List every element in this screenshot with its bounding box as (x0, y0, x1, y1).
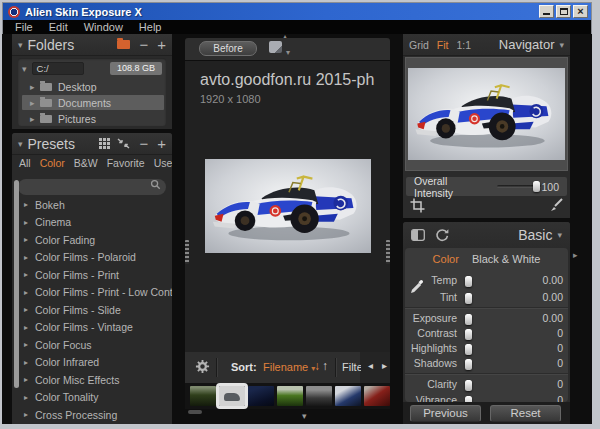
folder-row-desktop[interactable]: ▸ Desktop (22, 79, 164, 94)
chevron-right-icon[interactable]: ▸ (30, 82, 40, 92)
intensity-slider-handle[interactable] (533, 181, 540, 192)
filmstrip-thumbnail[interactable] (277, 386, 303, 406)
tab-color[interactable]: Color (40, 157, 65, 172)
photo-title: avto.goodfon.ru 2015-ph (200, 71, 374, 89)
chevron-right-icon: ▸ (24, 340, 28, 349)
previous-button[interactable]: Previous (410, 405, 481, 422)
preset-search-input[interactable] (18, 179, 166, 195)
preset-group[interactable]: ▸Bokeh (12, 196, 172, 214)
preset-group[interactable]: ▸Color Films - Polaroid (12, 249, 172, 267)
filter-label[interactable]: Filter (342, 361, 361, 373)
preset-group[interactable]: ▸Color Misc Effects (12, 371, 172, 389)
menu-file[interactable]: File (8, 20, 40, 34)
previous-photo-icon[interactable]: ◂ (368, 360, 373, 371)
panel-resize-grip[interactable] (386, 240, 390, 264)
folder-row-pictures[interactable]: ▸ Pictures (22, 111, 164, 126)
filmstrip-thumbnail[interactable] (190, 386, 216, 406)
chevron-right-icon[interactable]: ▸ (30, 114, 40, 124)
tab-user[interactable]: User (154, 157, 172, 172)
tab-color-mode[interactable]: Color (433, 253, 459, 265)
tab-all[interactable]: All (19, 157, 31, 172)
menu-edit[interactable]: Edit (42, 20, 75, 34)
collapse-triangle-icon[interactable]: ▾ (18, 139, 23, 149)
filmstrip-thumbnail[interactable] (364, 386, 390, 406)
before-button[interactable]: Before (199, 41, 257, 56)
collapse-all-icon[interactable] (117, 138, 130, 149)
add-folder-icon[interactable] (117, 40, 130, 49)
filmstrip-thumbnail[interactable] (335, 386, 361, 406)
collapse-triangle-icon[interactable]: ▾ (18, 40, 23, 50)
sort-descending-icon[interactable]: ↓ (314, 359, 320, 373)
preset-group[interactable]: ▸Color Tonality (12, 389, 172, 407)
preset-group[interactable]: ▸Cross Processing (12, 406, 172, 424)
add-preset-button[interactable]: + (157, 137, 166, 151)
preset-group[interactable]: ▸Cinema (12, 214, 172, 232)
chevron-right-icon[interactable]: ▸ (30, 98, 40, 108)
expand-panel-icon[interactable]: ▸ (573, 250, 578, 260)
preset-group[interactable]: ▸Color Films - Print (12, 266, 172, 284)
collapse-down-icon[interactable]: ▾ (302, 411, 307, 421)
mode-fit[interactable]: Fit (437, 39, 449, 51)
maximize-button[interactable] (556, 5, 571, 18)
preset-group[interactable]: ▸Color Films - Print - Low Contrast (12, 284, 172, 302)
slider-label: Shadows (407, 357, 457, 369)
drive-row[interactable]: ▾ C:/ 108.8 GB (22, 61, 162, 76)
slider-handle[interactable] (465, 329, 472, 340)
remove-folder-button[interactable]: − (139, 38, 148, 52)
presets-panel-header[interactable]: ▾ Presets − + (12, 133, 172, 155)
preset-group[interactable]: ▸Color Focus (12, 336, 172, 354)
menu-window[interactable]: Window (77, 20, 130, 34)
flag-mark-icon[interactable] (269, 41, 282, 53)
preset-group[interactable]: ▸Color Infrared (12, 354, 172, 372)
preset-group[interactable]: ▸Color Fading (12, 231, 172, 249)
sort-ascending-icon[interactable]: ↑ (322, 359, 328, 373)
folders-panel-header[interactable]: ▾ Folders − + (12, 34, 172, 56)
split-preview-icon[interactable] (411, 229, 425, 241)
filmstrip-thumbnail-selected[interactable] (219, 386, 245, 406)
slider-handle[interactable] (465, 276, 472, 287)
title-bar[interactable]: Alien Skin Exposure X × (3, 3, 591, 20)
photo-image[interactable] (205, 159, 371, 253)
tab-black-white-mode[interactable]: Black & White (472, 253, 540, 265)
preset-group[interactable]: ▸Color Films - Vintage (12, 319, 172, 337)
sort-value-dropdown[interactable]: Filename (263, 361, 315, 373)
filmstrip-scrollbar[interactable] (188, 410, 202, 414)
slider-handle[interactable] (465, 293, 472, 304)
brush-icon[interactable] (548, 198, 563, 213)
panel-resize-grip[interactable] (185, 240, 189, 264)
slider-handle[interactable] (465, 380, 472, 391)
reset-refresh-icon[interactable] (435, 228, 449, 242)
chevron-down-icon[interactable]: ▾ (22, 64, 27, 74)
navigator-preview-box[interactable] (405, 57, 568, 171)
preset-group-label: Cross Processing (35, 409, 117, 421)
filmstrip-thumbnail[interactable] (306, 386, 332, 406)
filmstrip-thumbnail[interactable] (248, 386, 274, 406)
next-photo-icon[interactable]: ▸ (382, 360, 387, 371)
slider-handle[interactable] (465, 359, 472, 370)
photo-preview-area[interactable]: avto.goodfon.ru 2015-ph 1920 x 1080 (185, 61, 390, 352)
add-folder-button[interactable]: + (157, 38, 166, 52)
menu-help[interactable]: Help (132, 20, 169, 34)
remove-preset-button[interactable]: − (139, 137, 148, 151)
grid-view-icon[interactable] (99, 138, 110, 149)
slider-handle[interactable] (465, 314, 472, 325)
close-button[interactable]: × (573, 5, 588, 18)
intensity-slider[interactable] (497, 185, 542, 188)
navigator-image[interactable] (408, 68, 565, 160)
mode-1-1[interactable]: 1:1 (457, 39, 472, 51)
tab-favorite[interactable]: Favorite (107, 157, 145, 172)
presets-scrollbar[interactable] (14, 180, 19, 388)
preset-group[interactable]: ▸Color Films - Slide (12, 301, 172, 319)
minimize-button[interactable] (539, 5, 554, 18)
drive-name[interactable]: C:/ (32, 62, 84, 75)
mode-grid[interactable]: Grid (409, 39, 429, 51)
reset-button[interactable]: Reset (490, 405, 561, 422)
preset-group-label: Cinema (35, 216, 71, 228)
folder-row-documents-selected[interactable]: ▸ Documents (22, 95, 164, 110)
tab-bw[interactable]: B&W (74, 157, 98, 172)
crop-icon[interactable] (410, 198, 425, 213)
slider-handle[interactable] (465, 344, 472, 355)
chevron-down-icon[interactable]: ▾ (557, 230, 562, 240)
chevron-down-icon[interactable]: ▾ (559, 40, 564, 50)
gear-icon[interactable] (195, 359, 210, 374)
